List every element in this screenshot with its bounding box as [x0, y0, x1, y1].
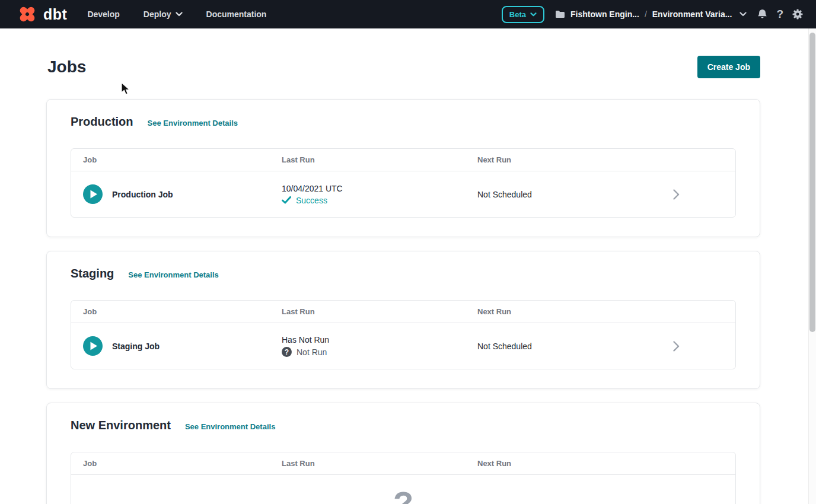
chevron-down-icon: [176, 12, 183, 17]
breadcrumb-account[interactable]: Fishtown Engin...: [570, 9, 639, 19]
environment-header: New Environment See Environment Details: [71, 419, 736, 432]
notifications-bell-icon[interactable]: [757, 9, 767, 20]
job-name: Staging Job: [112, 342, 160, 351]
environment-name: Staging: [71, 267, 114, 280]
breadcrumb: Fishtown Engin... / Environment Varia...: [555, 9, 747, 19]
last-run-date: Has Not Run: [282, 335, 477, 344]
breadcrumb-separator: /: [645, 9, 647, 19]
run-job-play-button[interactable]: [83, 184, 103, 204]
beta-dropdown[interactable]: Beta: [502, 6, 544, 23]
folder-icon: [555, 10, 565, 18]
navbar-icons: ?: [757, 8, 803, 21]
nav-item-develop[interactable]: Develop: [87, 9, 119, 19]
main-menu: Develop Deploy Documentation: [87, 9, 266, 19]
see-environment-details-link[interactable]: See Environment Details: [128, 270, 218, 279]
chevron-down-icon[interactable]: [740, 12, 747, 17]
empty-state-question-icon: ?: [393, 487, 413, 504]
scrollbar-track: [808, 28, 816, 504]
see-environment-details-link[interactable]: See Environment Details: [148, 119, 238, 127]
column-header-next-run: Next Run: [477, 459, 673, 468]
chevron-right-icon[interactable]: [673, 341, 723, 352]
jobs-page: Jobs Create Job Production See Environme…: [0, 56, 816, 504]
gear-icon[interactable]: [792, 9, 803, 20]
jobs-table: Job Last Run Next Run Staging Job Has No…: [71, 300, 736, 369]
chevron-right-icon[interactable]: [673, 189, 723, 200]
see-environment-details-link[interactable]: See Environment Details: [185, 422, 275, 431]
breadcrumb-page[interactable]: Environment Varia...: [652, 9, 732, 19]
create-job-button[interactable]: Create Job: [697, 56, 760, 78]
job-row-staging-job[interactable]: Staging Job Has Not Run ? Not Run Not Sc…: [71, 323, 735, 369]
column-header-job: Job: [83, 307, 282, 316]
table-header: Job Last Run Next Run: [71, 301, 735, 323]
last-run-status: ? Not Run: [282, 347, 477, 357]
help-icon[interactable]: ?: [776, 8, 783, 21]
chevron-down-icon: [530, 12, 537, 17]
last-run-cell: Has Not Run ? Not Run: [282, 335, 477, 357]
title-row: Jobs Create Job: [46, 56, 760, 78]
status-label: Not Run: [297, 347, 327, 357]
column-header-last-run: Last Run: [282, 155, 477, 164]
brand-name: dbt: [43, 6, 67, 23]
success-check-icon: [282, 196, 291, 204]
column-header-next-run: Next Run: [477, 307, 673, 316]
scrollbar-thumb[interactable]: [809, 33, 815, 332]
table-header: Job Last Run Next Run: [71, 149, 735, 171]
column-header-last-run: Last Run: [282, 307, 477, 316]
nav-item-documentation[interactable]: Documentation: [206, 9, 267, 19]
column-header-last-run: Last Run: [282, 459, 477, 468]
last-run-date: 10/04/2021 UTC: [282, 184, 477, 193]
next-run-cell: Not Scheduled: [477, 190, 673, 199]
job-cell: Staging Job: [83, 336, 282, 356]
environment-name: Production: [71, 115, 133, 129]
jobs-table: Job Last Run Next Run Production Job 10/…: [71, 148, 736, 218]
environment-header: Staging See Environment Details: [71, 267, 736, 280]
navbar-right: Beta Fishtown Engin... / Environment Var…: [502, 6, 803, 23]
run-job-play-button[interactable]: [83, 336, 103, 356]
environment-header: Production See Environment Details: [71, 115, 736, 129]
environment-card-staging: Staging See Environment Details Job Last…: [46, 251, 760, 389]
jobs-table: Job Last Run Next Run ?: [71, 452, 736, 504]
last-run-status: Success: [282, 196, 477, 205]
column-header-next-run: Next Run: [477, 155, 673, 164]
environment-card-production: Production See Environment Details Job L…: [46, 99, 760, 237]
dbt-logo-icon: [15, 4, 39, 25]
column-header-job: Job: [83, 459, 282, 468]
table-header: Job Last Run Next Run: [71, 452, 735, 475]
status-label: Success: [296, 196, 327, 205]
not-run-question-icon: ?: [282, 347, 292, 357]
empty-jobs-state: ?: [71, 475, 735, 504]
job-row-production-job[interactable]: Production Job 10/04/2021 UTC Success No…: [71, 171, 735, 217]
top-navbar: dbt Develop Deploy Documentation Beta Fi…: [0, 0, 816, 28]
job-cell: Production Job: [83, 184, 282, 204]
last-run-cell: 10/04/2021 UTC Success: [282, 184, 477, 205]
environment-card-new-environment: New Environment See Environment Details …: [46, 403, 760, 504]
next-run-cell: Not Scheduled: [477, 342, 673, 351]
column-header-job: Job: [83, 155, 282, 164]
environment-name: New Environment: [71, 419, 171, 432]
page-title: Jobs: [46, 58, 86, 76]
job-name: Production Job: [112, 190, 173, 199]
dbt-logo[interactable]: dbt: [15, 4, 67, 25]
nav-item-deploy[interactable]: Deploy: [144, 9, 183, 19]
